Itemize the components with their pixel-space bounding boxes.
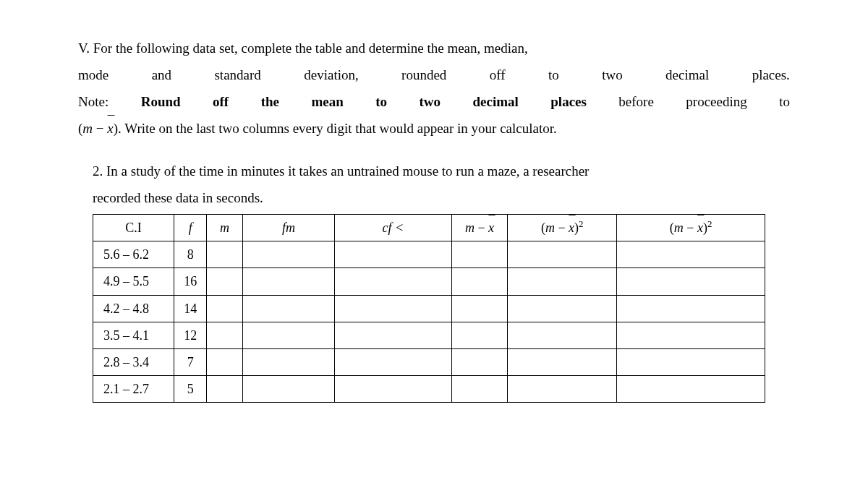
cell-empty bbox=[335, 295, 452, 322]
cell-empty bbox=[207, 241, 243, 268]
var-m: m bbox=[674, 221, 684, 235]
cell-empty bbox=[207, 322, 243, 348]
frequency-table: C.I f m fm cf < m − x (m − x)2 (m − x)2 … bbox=[93, 214, 765, 403]
cell-empty bbox=[617, 375, 765, 402]
cell-empty bbox=[335, 241, 452, 268]
header-m: m bbox=[207, 215, 243, 241]
cell-empty bbox=[207, 375, 243, 402]
cell-empty bbox=[207, 268, 243, 295]
header-m-minus-xbar: m − x bbox=[451, 215, 508, 241]
w: deviation, bbox=[304, 61, 358, 88]
table-row: 5.6 – 6.2 8 bbox=[93, 241, 765, 268]
w: to bbox=[548, 61, 559, 88]
cell-empty bbox=[508, 322, 617, 348]
cell-empty bbox=[617, 241, 765, 268]
var-m: m bbox=[82, 121, 93, 136]
cell-empty bbox=[508, 348, 617, 375]
cell-empty bbox=[451, 295, 508, 322]
intro-line-3: Note: Round off the mean to two decimal … bbox=[78, 88, 790, 115]
cell-empty bbox=[617, 322, 765, 348]
var-m: m bbox=[220, 221, 229, 235]
q2-l2: recorded these data in seconds. bbox=[93, 190, 263, 205]
cell-empty bbox=[207, 295, 243, 322]
w: two bbox=[420, 88, 441, 115]
cell-ci: 4.2 – 4.8 bbox=[93, 295, 174, 322]
var-m: m bbox=[545, 221, 555, 235]
cell-ci: 2.8 – 3.4 bbox=[93, 348, 174, 375]
minus: − bbox=[555, 221, 569, 235]
header-fm: fm bbox=[242, 215, 334, 241]
w: and bbox=[152, 61, 171, 88]
cell-empty bbox=[508, 295, 617, 322]
minus: − bbox=[475, 221, 488, 235]
w: mode bbox=[78, 61, 109, 88]
var-f: f bbox=[189, 221, 192, 235]
w: off bbox=[213, 88, 229, 115]
rest: ). Write on the last two columns every d… bbox=[114, 121, 557, 136]
cell-empty bbox=[451, 375, 508, 402]
w: before bbox=[618, 88, 654, 115]
cell-empty bbox=[617, 295, 765, 322]
header-cf: cf < bbox=[335, 215, 452, 241]
q2-l1: 2. In a study of the time in minutes it … bbox=[93, 163, 589, 179]
header-mx-squared: (m − x)2 bbox=[508, 215, 617, 241]
cell-empty bbox=[242, 322, 334, 348]
cell-empty bbox=[451, 322, 508, 348]
cell-ci: 4.9 – 5.5 bbox=[93, 268, 174, 295]
w: the bbox=[261, 88, 279, 115]
intro-paragraph: V. For the following data set, complete … bbox=[78, 35, 790, 142]
question-2-block: 2. In a study of the time in minutes it … bbox=[93, 158, 790, 403]
cell-empty bbox=[451, 241, 508, 268]
var-fm: fm bbox=[282, 221, 295, 235]
intro-l1: V. For the following data set, complete … bbox=[78, 40, 528, 56]
table-row: 4.2 – 4.8 14 bbox=[93, 295, 765, 322]
cell-empty bbox=[451, 268, 508, 295]
cell-f: 16 bbox=[174, 268, 207, 295]
cell-empty bbox=[335, 322, 452, 348]
cell-ci: 2.1 – 2.7 bbox=[93, 375, 174, 402]
intro-line-1: V. For the following data set, complete … bbox=[78, 35, 790, 61]
w: to bbox=[779, 88, 790, 115]
intro-line-4: (m − x). Write on the last two columns e… bbox=[78, 115, 790, 142]
cell-empty bbox=[451, 348, 508, 375]
cell-empty bbox=[508, 268, 617, 295]
sup2: 2 bbox=[579, 218, 583, 229]
w: to bbox=[375, 88, 387, 115]
w: Round bbox=[141, 88, 181, 115]
cell-empty bbox=[242, 241, 334, 268]
intro-line-2: mode and standard deviation, rounded off… bbox=[78, 61, 790, 88]
cell-empty bbox=[335, 268, 452, 295]
header-f: f bbox=[174, 215, 207, 241]
w: mean bbox=[311, 88, 343, 115]
w: two bbox=[602, 61, 623, 88]
header-ci: C.I bbox=[93, 215, 174, 241]
w: decimal bbox=[473, 88, 519, 115]
w: places. bbox=[752, 61, 790, 88]
cell-f: 5 bbox=[174, 375, 207, 402]
q2-text: 2. In a study of the time in minutes it … bbox=[93, 158, 790, 211]
cell-ci: 3.5 – 4.1 bbox=[93, 322, 174, 348]
minus: − bbox=[684, 221, 697, 235]
table-header-row: C.I f m fm cf < m − x (m − x)2 (m − x)2 bbox=[93, 215, 765, 241]
cell-empty bbox=[207, 348, 243, 375]
cell-empty bbox=[242, 375, 334, 402]
var-cf: cf < bbox=[383, 221, 404, 235]
cell-empty bbox=[617, 348, 765, 375]
w: off bbox=[490, 61, 506, 88]
table-row: 4.9 – 5.5 16 bbox=[93, 268, 765, 295]
table-row: 3.5 – 4.1 12 bbox=[93, 322, 765, 348]
var-xbar: x bbox=[569, 218, 574, 237]
w: places bbox=[550, 88, 587, 115]
table-row: 2.1 – 2.7 5 bbox=[93, 375, 765, 402]
var-m: m bbox=[465, 221, 475, 235]
sup2: 2 bbox=[707, 218, 712, 229]
cell-empty bbox=[335, 348, 452, 375]
cell-ci: 5.6 – 6.2 bbox=[93, 241, 174, 268]
w: Note: bbox=[78, 88, 109, 115]
cell-empty bbox=[335, 375, 452, 402]
cell-f: 12 bbox=[174, 322, 207, 348]
w: standard bbox=[214, 61, 260, 88]
table-row: 2.8 – 3.4 7 bbox=[93, 348, 765, 375]
cell-f: 8 bbox=[174, 241, 207, 268]
cell-f: 14 bbox=[174, 295, 207, 322]
